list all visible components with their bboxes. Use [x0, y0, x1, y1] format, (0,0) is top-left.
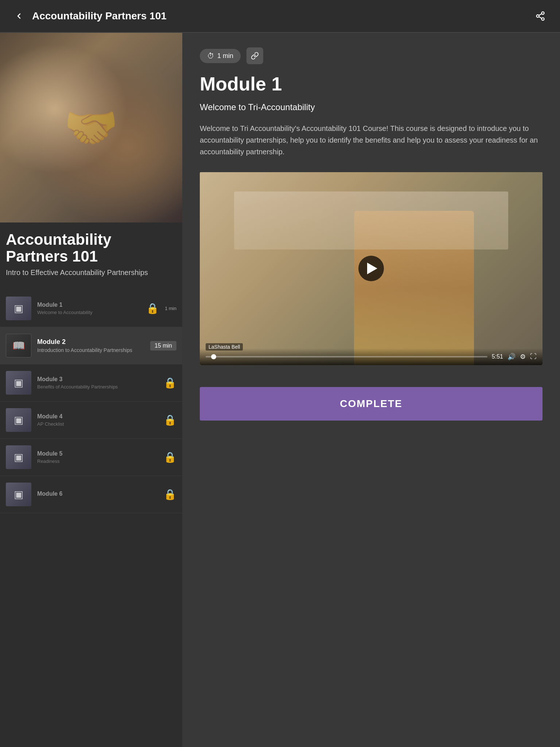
lock-icon: 🔒	[146, 302, 159, 314]
share-button[interactable]	[532, 8, 548, 24]
svg-line-3	[539, 17, 542, 19]
module-item-5[interactable]: ▣ Module 5 Readiness 🔒	[0, 439, 182, 476]
course-main-title: Accountability Partners 101	[6, 231, 176, 265]
module-item[interactable]: ▣ Module 1 Welcome to Accountability 🔒 1…	[0, 290, 182, 327]
module-list: ▣ Module 1 Welcome to Accountability 🔒 1…	[0, 290, 182, 513]
module-description: Welcome to Accountability	[37, 310, 140, 315]
module-info-6: Module 6	[37, 491, 158, 499]
video-controls: 5:51 🔊 ⚙ ⛶	[200, 348, 542, 365]
progress-thumb	[211, 354, 216, 359]
module-desc-5: Readiness	[37, 458, 158, 464]
course-title-section: Accountability Partners 101 Intro to Eff…	[0, 222, 182, 283]
module-meta-6: 🔒	[164, 488, 176, 500]
module-info-5: Module 5 Readiness	[37, 450, 158, 464]
module-meta-3: 🔒	[164, 377, 176, 389]
module-header-row: ⏱ 1 min	[200, 47, 542, 64]
complete-button[interactable]: COMPLETE	[200, 387, 542, 421]
fullscreen-button[interactable]: ⛶	[530, 353, 537, 360]
module-item-6[interactable]: ▣ Module 6 🔒	[0, 476, 182, 513]
module-meta: 🔒 1 min	[146, 302, 176, 314]
module-thumbnail: ▣	[6, 297, 31, 320]
module-desc-3: Benefits of Accountability Partnerships	[37, 384, 158, 390]
module-item-2[interactable]: 📖 Module 2 Introduction to Accountabilit…	[0, 327, 182, 364]
play-button[interactable]	[358, 256, 384, 281]
lock-icon-3: 🔒	[164, 377, 176, 389]
play-icon	[367, 263, 377, 274]
video-preview	[200, 172, 542, 365]
course-hero-image	[0, 33, 182, 222]
module-meta-5: 🔒	[164, 451, 176, 463]
settings-button[interactable]: ⚙	[520, 353, 526, 361]
video-presenter-label: LaShasta Bell	[206, 343, 243, 351]
module-name-3: Module 3	[37, 376, 158, 383]
module-info-3: Module 3 Benefits of Accountability Part…	[37, 376, 158, 390]
duration-badge: 15 min	[150, 341, 176, 351]
module-subheading: Welcome to Tri-Accountability	[200, 102, 542, 112]
module-thumbnail-3: ▣	[6, 371, 31, 395]
left-panel: Accountability Partners 101 Intro to Eff…	[0, 33, 182, 747]
module-duration: 1 min	[165, 306, 176, 311]
time-label: 1 min	[217, 52, 233, 60]
module-name-2: Module 2	[37, 338, 144, 346]
app-header: Accountability Partners 101	[0, 0, 560, 33]
header-title: Accountability Partners 101	[32, 10, 167, 22]
module-thumbnail-5: ▣	[6, 445, 31, 469]
module-meta-2: 15 min	[150, 341, 176, 351]
module-desc-4: AP Checklist	[37, 421, 158, 427]
back-button[interactable]	[12, 9, 26, 23]
module-name-4: Module 4	[37, 413, 158, 420]
module-name: Module 1	[37, 302, 140, 308]
link-button[interactable]	[246, 47, 263, 64]
module-info-2: Module 2 Introduction to Accountability …	[37, 338, 144, 353]
video-time: 5:51	[492, 353, 503, 360]
module-description-text: Welcome to Tri Accountability's Accounta…	[200, 123, 542, 158]
module-item-4[interactable]: ▣ Module 4 AP Checklist 🔒	[0, 402, 182, 439]
module-thumbnail-2: 📖	[6, 334, 31, 357]
module-info-4: Module 4 AP Checklist	[37, 413, 158, 427]
course-subtitle: Intro to Effective Accountability Partne…	[6, 268, 176, 277]
progress-bar[interactable]	[206, 356, 487, 357]
module-item-3[interactable]: ▣ Module 3 Benefits of Accountability Pa…	[0, 364, 182, 402]
video-player[interactable]: 5:51 🔊 ⚙ ⛶ LaShasta Bell	[200, 172, 542, 365]
lock-icon-6: 🔒	[164, 488, 176, 500]
svg-line-4	[539, 14, 542, 16]
volume-button[interactable]: 🔊	[508, 353, 516, 361]
module-info: Module 1 Welcome to Accountability	[37, 302, 140, 315]
header-left: Accountability Partners 101	[12, 9, 167, 23]
module-thumbnail-6: ▣	[6, 483, 31, 506]
module-meta-4: 🔒	[164, 414, 176, 426]
module-name-5: Module 5	[37, 450, 158, 457]
right-panel: ⏱ 1 min Module 1 Welcome to Tri-Accounta…	[182, 33, 560, 747]
lock-icon-5: 🔒	[164, 451, 176, 463]
module-thumbnail-4: ▣	[6, 408, 31, 432]
time-badge: ⏱ 1 min	[200, 49, 241, 63]
module-name-6: Module 6	[37, 491, 158, 497]
clock-icon: ⏱	[207, 52, 214, 60]
module-desc-2: Introduction to Accountability Partnersh…	[37, 347, 144, 353]
lock-icon-4: 🔒	[164, 414, 176, 426]
module-heading: Module 1	[200, 73, 542, 95]
main-content: Accountability Partners 101 Intro to Eff…	[0, 33, 560, 747]
